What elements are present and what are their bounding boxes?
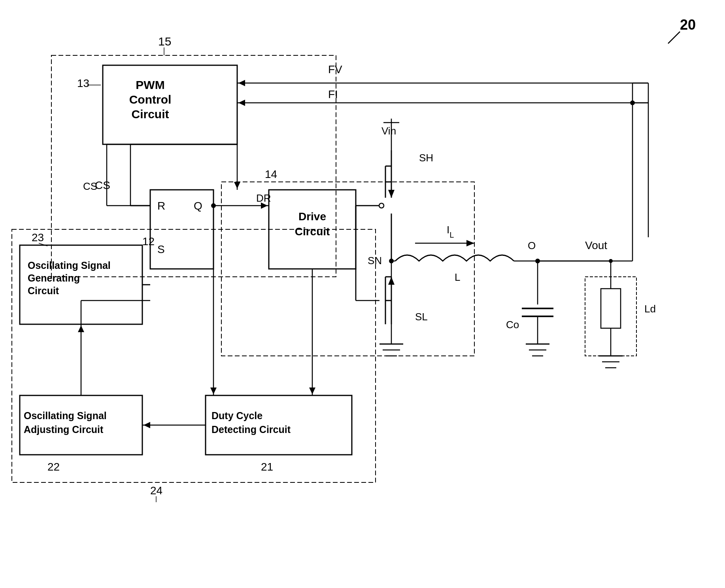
label-20: 20 bbox=[680, 17, 696, 33]
l-label: L bbox=[455, 271, 460, 283]
r-label: R bbox=[157, 200, 165, 212]
sh-label: SH bbox=[419, 152, 433, 164]
label-24: 24 bbox=[150, 484, 162, 497]
dr-label: DR bbox=[256, 192, 271, 204]
osc-gen-label1: Oscillating Signal bbox=[28, 260, 111, 271]
ld-label: Ld bbox=[644, 303, 656, 315]
svg-point-68 bbox=[609, 259, 613, 263]
label-23: 23 bbox=[32, 231, 44, 244]
fv-label: FV bbox=[328, 63, 342, 76]
fi-label: FI bbox=[328, 88, 338, 100]
pwm-label3: Circuit bbox=[131, 108, 169, 121]
vout-label: Vout bbox=[585, 239, 607, 251]
sl-label: SL bbox=[415, 311, 428, 323]
label-14: 14 bbox=[265, 168, 277, 180]
duty-label1: Duty Cycle bbox=[211, 410, 262, 421]
s-label: S bbox=[157, 243, 165, 255]
label-13: 13 bbox=[77, 77, 89, 89]
label-12: 12 bbox=[142, 235, 155, 248]
svg-rect-0 bbox=[0, 0, 725, 588]
drive-label2: Circuit bbox=[295, 225, 330, 238]
cs-label2: CS bbox=[83, 180, 97, 192]
osc-gen-label2: Generating bbox=[28, 272, 80, 284]
osc-adj-label2: Adjusting Circuit bbox=[24, 424, 104, 435]
co-label: Co bbox=[506, 319, 519, 331]
o-label: O bbox=[528, 240, 536, 251]
label-15: 15 bbox=[158, 35, 171, 48]
vin-label: Vin bbox=[381, 125, 396, 137]
label-22: 22 bbox=[47, 461, 60, 473]
pwm-label: PWM bbox=[136, 78, 164, 91]
duty-label2: Detecting Circuit bbox=[211, 424, 291, 435]
svg-point-19 bbox=[211, 203, 216, 208]
label-21: 21 bbox=[261, 461, 273, 473]
sn-label: SN bbox=[368, 255, 382, 267]
drive-label: Drive bbox=[298, 210, 326, 223]
q-label: Q bbox=[194, 200, 202, 212]
pwm-label2: Control bbox=[129, 93, 172, 106]
osc-adj-label1: Oscillating Signal bbox=[24, 410, 107, 421]
osc-gen-label3: Circuit bbox=[28, 285, 59, 296]
